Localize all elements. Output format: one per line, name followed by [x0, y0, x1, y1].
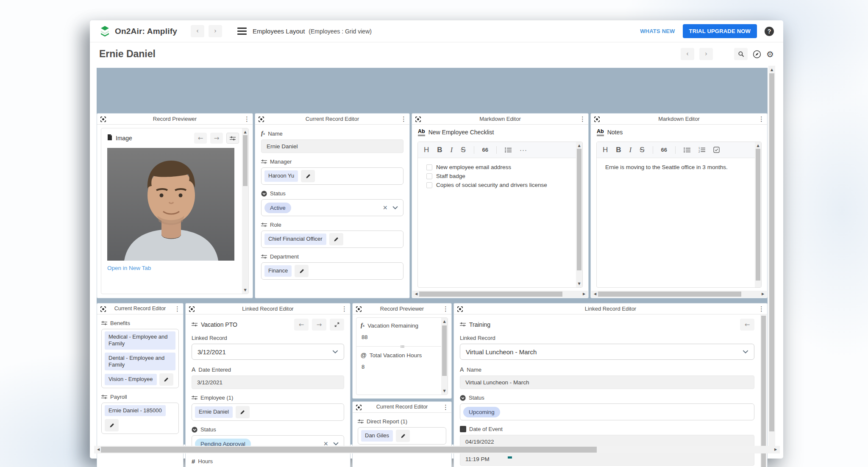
main-scrollbar-horizontal[interactable]: ◀ ▶ — [94, 446, 780, 453]
status-field[interactable]: Active × — [261, 199, 403, 216]
scroll-left-icon[interactable]: ◀ — [592, 291, 598, 297]
next-linked-record-button[interactable]: → — [312, 319, 326, 331]
chevron-down-icon[interactable] — [392, 206, 398, 210]
scrollbar-thumb[interactable] — [756, 149, 760, 281]
explore-compass-icon[interactable] — [753, 50, 761, 58]
scroll-right-icon[interactable]: ▶ — [760, 291, 766, 297]
bold-button[interactable]: B — [437, 146, 442, 154]
trial-upgrade-button[interactable]: TRIAL UPGRADE NOW — [683, 24, 757, 38]
manager-field[interactable]: Haroon Yu — [261, 167, 403, 185]
scrollbar-thumb[interactable] — [577, 149, 581, 270]
previous-linked-record-button[interactable]: ← — [294, 319, 309, 331]
edit-pencil-icon[interactable] — [329, 233, 343, 245]
bullet-list-button[interactable] — [505, 147, 512, 153]
bullet-list-button[interactable] — [684, 147, 690, 153]
linked-record-select[interactable]: 3/12/2021 — [192, 344, 344, 360]
bold-button[interactable]: B — [616, 146, 621, 154]
scrollbar-thumb[interactable] — [243, 135, 248, 186]
quote-button[interactable]: 66 — [482, 147, 488, 153]
scrollbar-thumb[interactable] — [761, 316, 766, 467]
main-scrollbar-vertical[interactable]: ▲ ▼ — [768, 66, 775, 453]
scroll-down-icon[interactable]: ▼ — [441, 389, 448, 393]
scroll-down-icon[interactable]: ▼ — [242, 288, 248, 292]
direct-report-field[interactable]: Dan Giles — [358, 427, 446, 445]
panel-menu-icon[interactable]: ⋮ — [579, 114, 586, 124]
editor-scrollbar-vertical[interactable]: ▲ ▼ — [576, 142, 582, 287]
next-record-button[interactable]: › — [699, 48, 713, 60]
expand-record-icon[interactable] — [330, 319, 344, 331]
whats-new-link[interactable]: WHATS NEW — [640, 28, 675, 34]
more-tools-button[interactable]: ··· — [520, 146, 527, 153]
italic-button[interactable]: I — [629, 146, 632, 154]
scroll-up-icon[interactable]: ▲ — [576, 144, 582, 147]
menu-icon[interactable] — [237, 28, 247, 35]
previewer-scrollbar-vertical[interactable]: ▲ ▼ — [441, 318, 448, 395]
edit-pencil-icon[interactable] — [159, 373, 173, 386]
strikethrough-button[interactable]: S — [461, 146, 465, 154]
scroll-left-icon[interactable]: ◀ — [413, 291, 419, 297]
benefits-field[interactable]: Medical - Employee and Family Dental - E… — [101, 329, 179, 388]
scrollbar-thumb[interactable] — [442, 325, 447, 376]
panel-menu-icon[interactable]: ⋮ — [442, 403, 449, 412]
edit-pencil-icon[interactable] — [301, 170, 315, 182]
clear-value-icon[interactable]: × — [383, 204, 387, 211]
status-field[interactable]: Upcoming — [460, 403, 754, 420]
notes-content[interactable]: Ernie is moving to the Seattle office in… — [597, 158, 755, 287]
heading-button[interactable]: H — [603, 146, 608, 154]
panel-menu-icon[interactable]: ⋮ — [341, 304, 348, 314]
scrollbar-thumb[interactable] — [769, 73, 774, 431]
panel-scrollbar-vertical[interactable]: ▼ — [760, 315, 767, 467]
payroll-field[interactable]: Ernie Daniel - 185000 — [101, 403, 179, 434]
scroll-left-icon[interactable]: ◀ — [95, 446, 101, 453]
role-field[interactable]: Chief Financial Officer — [261, 231, 403, 248]
numbered-list-button[interactable]: 12 — [698, 147, 705, 153]
scroll-right-icon[interactable]: ▶ — [773, 446, 779, 453]
scroll-down-icon[interactable]: ▼ — [576, 282, 582, 286]
scroll-right-icon[interactable]: ▶ — [581, 291, 587, 297]
heading-button[interactable]: H — [424, 146, 429, 154]
panel-menu-icon[interactable]: ⋮ — [758, 304, 765, 314]
employee-field[interactable]: Ernie Daniel — [192, 403, 344, 421]
panel-scrollbar-horizontal[interactable]: ◀ ▶ — [591, 291, 767, 297]
scroll-up-icon[interactable]: ▲ — [441, 320, 448, 323]
checklist-content[interactable]: New employee email address Staff badge C… — [418, 158, 576, 287]
search-button[interactable] — [734, 48, 748, 60]
nav-back-button[interactable]: ‹ — [191, 25, 204, 37]
scroll-up-icon[interactable]: ▲ — [242, 130, 248, 134]
field-divider[interactable] — [356, 346, 448, 347]
linked-record-select[interactable]: Virtual Luncheon - March — [460, 344, 754, 360]
scrollbar-thumb[interactable] — [598, 292, 741, 297]
scrollbar-thumb[interactable] — [101, 447, 597, 453]
quote-button[interactable]: 66 — [661, 147, 667, 153]
resize-handle-dot[interactable] — [508, 456, 512, 459]
checklist-button[interactable] — [713, 147, 720, 153]
panel-menu-icon[interactable]: ⋮ — [244, 114, 250, 124]
previous-attachment-button[interactable]: ← — [194, 133, 207, 144]
panel-menu-icon[interactable]: ⋮ — [758, 114, 765, 124]
chevron-down-icon[interactable] — [333, 442, 339, 446]
checkbox-unchecked-icon[interactable] — [426, 164, 432, 170]
scroll-up-icon[interactable]: ▲ — [755, 144, 761, 147]
attachment-options-icon[interactable] — [226, 133, 239, 144]
italic-button[interactable]: I — [451, 146, 453, 154]
checkbox-unchecked-icon[interactable] — [426, 182, 432, 188]
open-in-new-tab-link[interactable]: Open in New Tab — [107, 265, 151, 271]
help-icon[interactable]: ? — [765, 27, 774, 36]
scroll-up-icon[interactable]: ▲ — [768, 68, 775, 72]
settings-gear-icon[interactable]: ⚙ — [766, 49, 774, 59]
next-attachment-button[interactable]: → — [210, 133, 223, 144]
panel-menu-icon[interactable]: ⋮ — [401, 114, 407, 124]
checkbox-unchecked-icon[interactable] — [426, 173, 432, 179]
edit-pencil-icon[interactable] — [105, 419, 119, 431]
edit-pencil-icon[interactable] — [396, 430, 410, 442]
department-field[interactable]: Finance — [261, 262, 403, 280]
previous-record-button[interactable]: ‹ — [681, 48, 694, 60]
panel-scrollbar-horizontal[interactable]: ◀ ▶ — [412, 291, 588, 297]
editor-scrollbar-vertical[interactable]: ▲ — [755, 142, 761, 287]
scrollbar-thumb[interactable] — [419, 292, 562, 297]
edit-pencil-icon[interactable] — [295, 265, 309, 277]
nav-forward-button[interactable]: › — [209, 25, 222, 37]
panel-menu-icon[interactable]: ⋮ — [174, 304, 181, 314]
edit-pencil-icon[interactable] — [236, 406, 250, 418]
name-field-value[interactable]: Ernie Daniel — [261, 139, 403, 153]
